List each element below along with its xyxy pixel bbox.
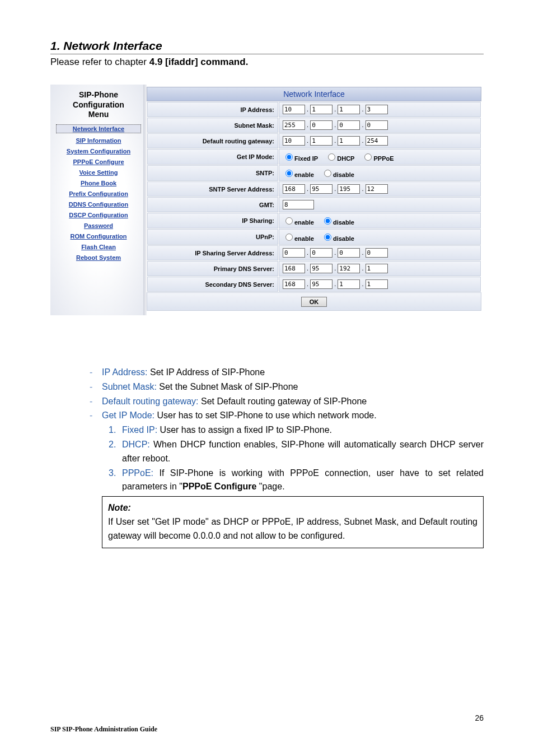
ip-address-octet-2[interactable] [310,105,332,114]
sidebar-item-phone-book[interactable]: Phone Book [54,180,143,186]
sidebar-title: SIP-Phone Configuration Menu [54,90,143,120]
subnet-mask-octet-4[interactable] [366,120,388,130]
note-box: Note: If User set "Get IP mode" as DHCP … [102,496,484,548]
ip-sharing-server-octet-4[interactable] [366,248,388,258]
primary-dns-octet-4[interactable] [366,264,388,273]
sidebar-item-flash-clean[interactable]: Flash Clean [54,244,143,250]
get-ip-mode-label: Get IP Mode: [147,149,278,165]
secondary-dns-octet-2[interactable] [310,279,332,289]
ip-address-label: IP Address: [147,102,278,117]
sntp-label: SNTP: [147,165,278,181]
upnp-enable-radio[interactable] [285,234,293,241]
ip-sharing-server-label: IP Sharing Server Address: [147,245,278,260]
sidebar-item-dscp-configuration[interactable]: DSCP Configuration [54,212,143,218]
primary-dns-label: Primary DNS Server: [147,261,278,276]
sntp-enable-radio[interactable] [285,170,293,177]
sidebar-item-voice-setting[interactable]: Voice Setting [54,169,143,176]
config-panel: Network Interface IP Address: . . . Subn… [147,85,484,315]
ip-sharing-server-octet-1[interactable] [283,248,305,258]
config-screenshot: SIP-Phone Configuration Menu Network Int… [50,85,484,315]
sntp-server-octet-2[interactable] [310,184,332,194]
primary-dns-octet-1[interactable] [283,264,305,273]
ip-sharing-enable-radio[interactable] [285,217,293,225]
ip-address-octet-4[interactable] [366,105,388,114]
ip-sharing-server-octet-2[interactable] [310,248,332,258]
sidebar-item-sip-information[interactable]: SIP Information [54,137,143,144]
upnp-label: UPnP: [147,229,278,245]
primary-dns-octet-3[interactable] [338,264,360,273]
panel-title: Network Interface [147,87,481,101]
sntp-server-octet-4[interactable] [366,184,388,194]
primary-dns-octet-2[interactable] [310,264,332,273]
gateway-octet-4[interactable] [366,136,388,146]
gateway-octet-3[interactable] [338,136,360,146]
get-ip-mode-pppoe-radio[interactable] [364,153,372,161]
ip-sharing-disable-radio[interactable] [324,217,331,225]
get-ip-mode-dhcp-radio[interactable] [328,153,335,161]
sntp-server-octet-3[interactable] [338,184,360,194]
section-heading: 1. Network Interface [50,39,484,54]
subnet-mask-octet-1[interactable] [283,120,305,130]
sntp-disable-radio[interactable] [324,170,331,177]
sidebar-item-ddns-configuration[interactable]: DDNS Configuration [54,201,143,208]
section-subtitle: Please refer to chapter 4.9 [ifaddr] com… [50,57,484,68]
ok-button[interactable]: OK [301,297,327,307]
sidebar-item-prefix-configuration[interactable]: Prefix Configuration [54,190,143,197]
secondary-dns-octet-3[interactable] [338,279,360,289]
sntp-server-label: SNTP Server Address: [147,181,278,197]
sntp-server-octet-1[interactable] [283,184,305,194]
ip-address-octet-1[interactable] [283,105,305,114]
subnet-mask-octet-2[interactable] [310,120,332,130]
sidebar-item-reboot-system[interactable]: Reboot System [54,254,143,261]
secondary-dns-octet-1[interactable] [283,279,305,289]
subnet-mask-octet-3[interactable] [338,120,360,130]
secondary-dns-octet-4[interactable] [366,279,388,289]
subnet-mask-label: Subnet Mask: [147,118,278,133]
footer-text: SIP SIP-Phone Administration Guide [50,725,157,734]
get-ip-mode-fixed-radio[interactable] [285,153,293,161]
ip-sharing-label: IP Sharing: [147,213,278,228]
sidebar: SIP-Phone Configuration Menu Network Int… [50,85,147,315]
sidebar-item-rom-configuration[interactable]: ROM Configuration [54,233,143,240]
secondary-dns-label: Secondary DNS Server: [147,277,278,292]
gateway-octet-1[interactable] [283,136,305,146]
ip-address-octet-3[interactable] [338,105,360,114]
sidebar-item-network-interface[interactable]: Network Interface [56,124,141,133]
page-number: 26 [475,713,484,722]
upnp-disable-radio[interactable] [324,234,331,241]
sidebar-item-password[interactable]: Password [54,222,143,229]
gmt-label: GMT: [147,197,278,212]
description-list: -IP Address: Set IP Address of SIP-Phone… [50,366,484,494]
sidebar-item-pppoe-configure[interactable]: PPPoE Configure [54,158,143,165]
gateway-octet-2[interactable] [310,136,332,146]
default-gateway-label: Default routing gateway: [147,133,278,148]
gmt-input[interactable] [283,200,314,209]
sidebar-item-system-configuration[interactable]: System Configuration [54,148,143,155]
ip-sharing-server-octet-3[interactable] [338,248,360,258]
